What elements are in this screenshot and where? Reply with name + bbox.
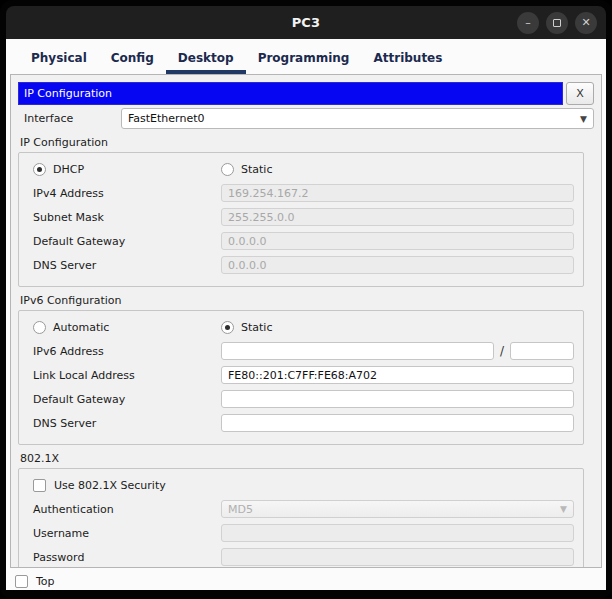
window-title: PC3 — [6, 15, 606, 30]
subnet-mask-label: Subnet Mask — [33, 211, 221, 224]
ipv6-address-row: IPv6 Address / — [33, 342, 574, 360]
tab-desktop[interactable]: Desktop — [166, 47, 246, 74]
interface-row: Interface FastEthernet0 ▼ — [18, 108, 594, 129]
link-local-address-label: Link Local Address — [33, 369, 221, 382]
dot1x-groupbox: Use 802.1X Security Authentication MD5 ▼… — [18, 468, 584, 568]
subwindow-titlebar[interactable]: IP Configuration — [18, 82, 563, 105]
link-local-address-field[interactable] — [221, 366, 574, 384]
authentication-selected-value: MD5 — [228, 503, 253, 516]
minimize-icon: – — [525, 16, 531, 29]
ipv4-mode-radio-row: DHCP Static — [33, 163, 574, 176]
static-ipv6-radio-icon[interactable] — [221, 321, 234, 334]
ipv6-default-gateway-field[interactable] — [221, 390, 574, 408]
ipv6-default-gateway-label: Default Gateway — [33, 393, 221, 406]
close-button[interactable]: ✕ — [575, 12, 597, 34]
link-local-address-row: Link Local Address — [33, 366, 574, 384]
ipv6-groupbox: Automatic Static IPv6 Address / — [18, 310, 584, 445]
top-checkbox-label: Top — [36, 575, 55, 588]
ipv4-default-gateway-field[interactable] — [221, 232, 574, 250]
tab-physical[interactable]: Physical — [19, 47, 99, 74]
tab-config[interactable]: Config — [99, 47, 166, 74]
dhcp-radio-icon[interactable] — [33, 163, 46, 176]
ipv4-default-gateway-row: Default Gateway — [33, 232, 574, 250]
ipv6-dns-server-field[interactable] — [221, 414, 574, 432]
authentication-label: Authentication — [33, 503, 221, 516]
static-ipv4-radio-label: Static — [241, 163, 272, 176]
interface-label: Interface — [18, 112, 121, 125]
maximize-icon — [553, 19, 561, 27]
password-label: Password — [33, 551, 221, 564]
ipv4-dns-server-label: DNS Server — [33, 259, 221, 272]
app-window: PC3 – ✕ Physical Config Desktop Programm… — [0, 0, 612, 599]
static-ipv6-radio-label: Static — [241, 321, 272, 334]
static-ipv4-radio-icon[interactable] — [221, 163, 234, 176]
ipv4-default-gateway-label: Default Gateway — [33, 235, 221, 248]
minimize-button[interactable]: – — [517, 12, 539, 34]
dot1x-section-title: 802.1X — [20, 452, 601, 465]
use-8021x-security-option[interactable]: Use 802.1X Security — [33, 479, 574, 492]
ip-configuration-window-header: IP Configuration X — [18, 82, 594, 105]
ipv6-address-field[interactable] — [221, 342, 494, 360]
username-field[interactable] — [221, 524, 574, 542]
maximize-button[interactable] — [546, 12, 568, 34]
ipv6-default-gateway-row: Default Gateway — [33, 390, 574, 408]
tab-bar: Physical Config Desktop Programming Attr… — [6, 39, 606, 74]
close-icon: ✕ — [581, 16, 590, 29]
username-row: Username — [33, 524, 574, 542]
ipv6-dns-server-row: DNS Server — [33, 414, 574, 432]
interface-select[interactable]: FastEthernet0 ▼ — [121, 108, 594, 129]
subwindow-close-button[interactable]: X — [566, 82, 594, 105]
ipv6-prefix-field[interactable] — [510, 342, 574, 360]
ipv4-address-label: IPv4 Address — [33, 187, 221, 200]
chevron-down-icon: ▼ — [560, 504, 567, 514]
ipv6-section-title: IPv6 Configuration — [20, 294, 601, 307]
use-8021x-security-label: Use 802.1X Security — [54, 479, 166, 492]
top-checkbox[interactable] — [15, 575, 28, 588]
dhcp-radio-label: DHCP — [53, 163, 84, 176]
authentication-select[interactable]: MD5 ▼ — [221, 500, 574, 518]
automatic-radio-label: Automatic — [53, 321, 109, 334]
password-field[interactable] — [221, 548, 574, 566]
dhcp-radio-option[interactable]: DHCP — [33, 163, 221, 176]
ipv4-dns-server-field[interactable] — [221, 256, 574, 274]
desktop-tab-content: IP Configuration X Interface FastEtherne… — [10, 74, 602, 568]
use-8021x-security-checkbox[interactable] — [33, 479, 46, 492]
ipv4-address-row: IPv4 Address — [33, 184, 574, 202]
static-ipv4-radio-option[interactable]: Static — [221, 163, 272, 176]
static-ipv6-radio-option[interactable]: Static — [221, 321, 272, 334]
password-row: Password — [33, 548, 574, 566]
automatic-radio-option[interactable]: Automatic — [33, 321, 221, 334]
interface-selected-value: FastEthernet0 — [128, 112, 204, 125]
ipv4-section-title: IP Configuration — [20, 136, 601, 149]
tab-attributes[interactable]: Attributes — [361, 47, 454, 74]
dialog-footer: Top — [6, 568, 606, 588]
ipv6-mode-radio-row: Automatic Static — [33, 321, 574, 334]
username-label: Username — [33, 527, 221, 540]
chevron-down-icon: ▼ — [580, 114, 587, 124]
ipv6-dns-server-label: DNS Server — [33, 417, 221, 430]
ipv4-address-field[interactable] — [221, 184, 574, 202]
authentication-row: Authentication MD5 ▼ — [33, 500, 574, 518]
device-dialog: Physical Config Desktop Programming Attr… — [6, 39, 606, 590]
automatic-radio-icon[interactable] — [33, 321, 46, 334]
ipv6-address-label: IPv6 Address — [33, 345, 221, 358]
titlebar[interactable]: PC3 – ✕ — [6, 6, 606, 39]
subwindow-title: IP Configuration — [24, 87, 112, 100]
tab-programming[interactable]: Programming — [246, 47, 362, 74]
subnet-mask-field[interactable] — [221, 208, 574, 226]
prefix-separator: / — [500, 344, 504, 358]
subnet-mask-row: Subnet Mask — [33, 208, 574, 226]
window-controls: – ✕ — [517, 12, 597, 34]
ipv4-dns-server-row: DNS Server — [33, 256, 574, 274]
ipv4-groupbox: DHCP Static IPv4 Address Subnet Mask — [18, 152, 584, 287]
